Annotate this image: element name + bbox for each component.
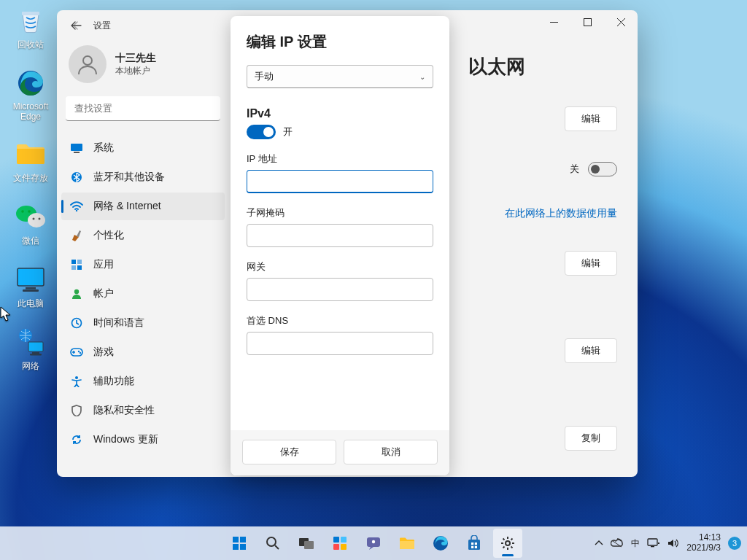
desktop-icon-edge[interactable]: Microsoft Edge [4, 67, 57, 122]
svg-rect-48 [471, 542, 473, 545]
recycle-bin-icon [15, 4, 47, 36]
svg-point-7 [39, 218, 41, 220]
svg-point-30 [80, 352, 81, 354]
data-usage-link[interactable]: 在此网络上的数据使用量 [505, 207, 617, 220]
nav-bluetooth[interactable]: 蓝牙和其他设备 [61, 163, 225, 191]
svg-rect-42 [341, 544, 347, 550]
nav-privacy[interactable]: 隐私和安全性 [61, 397, 225, 424]
gateway-input[interactable] [247, 278, 433, 301]
modal-title: 编辑 IP 设置 [247, 32, 433, 52]
user-block[interactable]: 十三先生 本地帐户 [61, 41, 225, 96]
nav-accounts[interactable]: 帐户 [61, 280, 225, 308]
store-button[interactable] [460, 529, 489, 558]
ipv4-heading: IPv4 [247, 107, 433, 120]
svg-rect-40 [341, 537, 347, 542]
desktop-icon-folder[interactable]: 文件存放 [4, 138, 57, 184]
bluetooth-icon [70, 171, 83, 184]
desktop-icon-this-pc[interactable]: 此电脑 [4, 263, 57, 310]
svg-rect-23 [77, 260, 82, 264]
minimize-button[interactable] [537, 10, 570, 34]
save-button[interactable]: 保存 [242, 440, 336, 464]
onedrive-icon[interactable] [611, 538, 624, 548]
edit-button-3[interactable]: 编辑 [565, 338, 617, 363]
copy-button[interactable]: 复制 [565, 426, 617, 451]
desktop-icon-recycle-bin[interactable]: 回收站 [4, 4, 57, 51]
app-title: 设置 [93, 20, 111, 32]
gateway-label: 网关 [247, 260, 433, 273]
nav-label: 时间和语言 [93, 316, 144, 330]
desktop-icon-network[interactable]: 网络 [4, 326, 57, 373]
svg-rect-39 [333, 537, 339, 542]
svg-rect-8 [18, 268, 44, 286]
svg-point-3 [28, 213, 45, 228]
mask-input[interactable] [247, 224, 433, 247]
nav-windows-update[interactable]: Windows 更新 [61, 426, 225, 454]
start-button[interactable] [225, 529, 254, 558]
edit-button[interactable]: 编辑 [565, 106, 617, 131]
nav-time-language[interactable]: 时间和语言 [61, 309, 225, 337]
svg-rect-16 [584, 18, 591, 26]
nav-label: 辅助功能 [93, 375, 134, 388]
svg-rect-38 [304, 541, 314, 549]
ip-settings-modal: 编辑 IP 设置 手动 ⌄ IPv4 开 IP 地址 子网掩码 网关 首选 DN… [231, 16, 449, 475]
toggle-off[interactable] [588, 162, 617, 176]
svg-rect-25 [77, 265, 82, 270]
svg-point-4 [21, 210, 24, 213]
nav-system[interactable]: 系统 [61, 134, 225, 162]
svg-point-29 [78, 351, 80, 352]
desktop-icon-wechat[interactable]: 微信 [4, 201, 57, 247]
desktop-icon-label: 微信 [22, 235, 39, 247]
back-button[interactable] [66, 15, 88, 36]
ime-indicator[interactable]: 中 [631, 537, 640, 550]
nav-label: 应用 [93, 258, 114, 271]
nav-apps[interactable]: 应用 [61, 251, 225, 279]
svg-rect-53 [648, 539, 657, 545]
widgets-button[interactable] [325, 529, 355, 558]
explorer-button[interactable] [392, 529, 422, 558]
svg-rect-13 [28, 342, 43, 351]
network-tray-icon[interactable] [647, 537, 660, 549]
settings-taskbar-button[interactable] [493, 529, 522, 558]
system-icon [70, 141, 83, 155]
desktop-icon-label: 回收站 [18, 39, 44, 51]
network-icon [15, 326, 47, 358]
search-button[interactable] [258, 529, 287, 558]
svg-rect-33 [240, 537, 246, 542]
maximize-button[interactable] [570, 10, 604, 34]
nav-network[interactable]: 网络 & Internet [61, 192, 225, 220]
svg-rect-32 [233, 537, 239, 542]
mask-label: 子网掩码 [247, 206, 433, 219]
search-input[interactable] [66, 96, 220, 121]
desktop-icons: 回收站 Microsoft Edge 文件存放 微信 此电脑 [4, 4, 57, 373]
desktop-icon-label: Microsoft Edge [4, 101, 57, 122]
nav-gaming[interactable]: 游戏 [61, 338, 225, 366]
desktop-icon-label: 网络 [22, 360, 39, 373]
date: 2021/9/3 [686, 543, 721, 553]
edit-button-2[interactable]: 编辑 [565, 251, 617, 276]
time: 14:13 [686, 533, 721, 543]
nav-label: 帐户 [93, 287, 114, 300]
desktop-icon-label: 此电脑 [18, 298, 44, 310]
dns1-input[interactable] [247, 332, 433, 355]
desktop: 回收站 Microsoft Edge 文件存放 微信 此电脑 [0, 0, 747, 560]
edge-taskbar-button[interactable] [426, 529, 455, 558]
close-button[interactable] [604, 10, 638, 34]
svg-rect-24 [71, 265, 76, 270]
svg-point-5 [28, 210, 31, 213]
nav-personalization[interactable]: 个性化 [61, 222, 225, 249]
volume-tray-icon[interactable] [667, 538, 679, 548]
cancel-button[interactable]: 取消 [344, 440, 438, 464]
nav-accessibility[interactable]: 辅助功能 [61, 368, 225, 395]
notification-badge[interactable]: 3 [728, 537, 741, 550]
clock[interactable]: 14:13 2021/9/3 [686, 533, 721, 553]
chat-button[interactable] [359, 529, 388, 558]
task-view-button[interactable] [292, 529, 321, 558]
tray-chevron-up-icon[interactable] [595, 540, 603, 547]
ip-input[interactable] [247, 170, 433, 193]
mode-select[interactable]: 手动 ⌄ [247, 65, 433, 88]
nav-label: 隐私和安全性 [93, 404, 155, 417]
ipv4-toggle[interactable] [247, 125, 276, 139]
svg-point-36 [267, 537, 276, 546]
wechat-icon [15, 201, 47, 233]
toggle-on-label: 开 [283, 125, 293, 139]
